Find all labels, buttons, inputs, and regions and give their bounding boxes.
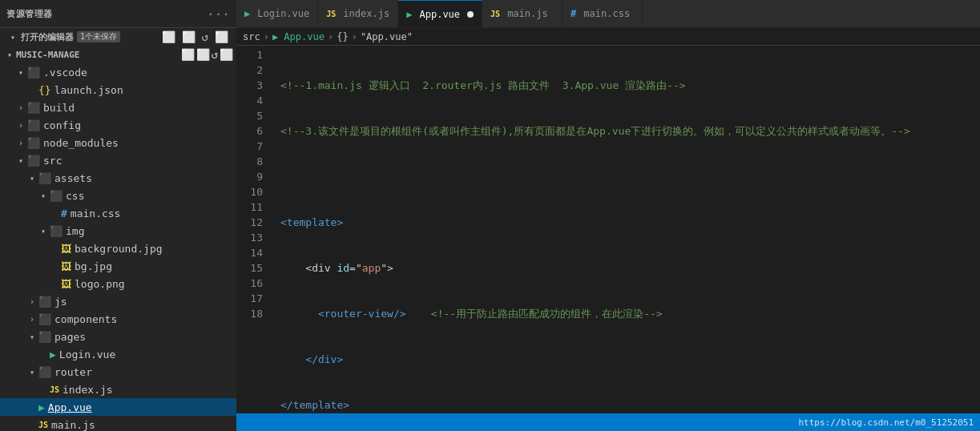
app-vue-label: App.vue: [48, 401, 92, 413]
tree-assets[interactable]: ⬛ assets: [0, 169, 236, 187]
vue-icon: ▶: [244, 8, 250, 19]
main-css-label: main.css: [71, 207, 121, 220]
img-folder-icon: ⬛: [50, 225, 63, 237]
hash-icon: #: [571, 8, 576, 19]
tree-vscode[interactable]: ⬛ .vscode: [0, 63, 236, 81]
config-folder-icon: ⬛: [27, 119, 40, 131]
css-file-icon: #: [61, 207, 67, 220]
file-tree: MUSIC-MANAGE ⬜ ⬜ ↺ ⬜ ⬛ .vscode {} launch…: [0, 46, 236, 431]
editors-toolbar: ⬜ ⬜ ↺ ⬜: [160, 29, 230, 45]
tree-config[interactable]: ⬛ config: [0, 116, 236, 134]
open-editors-label: 打开的编辑器: [21, 31, 74, 43]
tree-pages[interactable]: ⬛ pages: [0, 328, 236, 345]
unsaved-dot: [467, 11, 474, 18]
build-label: build: [43, 102, 75, 114]
assets-label: assets: [54, 172, 92, 184]
line-numbers: 1 2 3 4 5 6 7 8 9 10 11 12 13 14 15 16 1: [236, 46, 272, 413]
css-arrow: [37, 189, 50, 202]
img-file-icon: 🖼: [61, 243, 71, 255]
tree-router-index-js[interactable]: JS index.js: [0, 381, 236, 398]
collapse-all-icon[interactable]: ⬜: [213, 29, 230, 45]
js-file-icon2: JS: [38, 421, 48, 429]
router-label: router: [54, 366, 92, 378]
new-file-tree-icon[interactable]: ⬜: [181, 48, 195, 61]
vscode-label: .vscode: [43, 66, 87, 79]
tree-css[interactable]: ⬛ css: [0, 187, 236, 204]
login-vue-label: Login.vue: [59, 348, 115, 361]
config-label: config: [43, 119, 81, 131]
tab-main-css[interactable]: # main.css: [563, 0, 643, 27]
code-line-1: <!--1.main.js 逻辑入口 2.router内.js 路由文件 3.A…: [280, 78, 980, 93]
tree-bg-jpg[interactable]: 🖼 bg.jpg: [0, 257, 236, 275]
tab-main-js[interactable]: JS main.js: [482, 0, 563, 27]
tree-js[interactable]: ⬛ js: [0, 292, 236, 310]
js-file-icon: JS: [50, 385, 59, 394]
img-file-icon2: 🖼: [61, 260, 71, 272]
logo-png-label: logo.png: [75, 278, 125, 290]
tree-launch-json[interactable]: {} launch.json: [0, 81, 236, 99]
tab-login-vue[interactable]: ▶ Login.vue: [236, 0, 318, 27]
tab-app-vue[interactable]: ▶ App.vue: [398, 0, 482, 27]
tree-components[interactable]: ⬛ components: [0, 310, 236, 328]
root-label: MUSIC-MANAGE: [16, 50, 79, 60]
vue-file-icon: ▶: [50, 348, 56, 361]
img-arrow: [37, 224, 50, 237]
tree-node-modules[interactable]: ⬛ node_modules: [0, 134, 236, 151]
launch-label: launch.json: [54, 84, 123, 96]
config-arrow: [14, 119, 27, 131]
tree-img[interactable]: ⬛ img: [0, 222, 236, 240]
refresh-icon[interactable]: ↺: [200, 29, 210, 45]
collapse-tree-icon[interactable]: ⬜: [220, 48, 233, 61]
status-url: https://blog.csdn.net/m0_51252051: [798, 417, 974, 428]
node-modules-arrow: [14, 136, 27, 149]
refresh-tree-icon[interactable]: ↺: [212, 48, 218, 61]
vue-file-icon2: ▶: [38, 401, 45, 413]
editor-area: 1 2 3 4 5 6 7 8 9 10 11 12 13 14 15 16 1: [236, 46, 980, 431]
json-icon: {}: [38, 84, 51, 96]
tab-bar: ▶ Login.vue JS index.js ▶ App.vue JS mai…: [236, 0, 980, 28]
main-js-label: main.js: [51, 419, 95, 431]
tree-build[interactable]: ⬛ build: [0, 99, 236, 116]
pages-label: pages: [54, 331, 86, 343]
build-arrow: [14, 101, 27, 114]
code-editor[interactable]: <!--1.main.js 逻辑入口 2.router内.js 路由文件 3.A…: [272, 46, 980, 413]
tree-root[interactable]: MUSIC-MANAGE ⬜ ⬜ ↺ ⬜: [0, 46, 236, 63]
breadcrumb-name: "App.vue": [361, 31, 413, 42]
bg-jpg-label: bg.jpg: [75, 260, 112, 272]
tree-logo-png[interactable]: 🖼 logo.png: [0, 275, 236, 292]
breadcrumb-file: ▶ App.vue: [272, 31, 325, 42]
sidebar-title-bar: 资源管理器 ···: [0, 0, 236, 28]
tree-router[interactable]: ⬛ router: [0, 363, 236, 381]
new-file-icon[interactable]: ⬜: [160, 29, 177, 45]
components-folder-icon: ⬛: [38, 313, 51, 325]
sidebar-more-icon[interactable]: ···: [207, 6, 230, 22]
components-label: components: [54, 313, 117, 325]
root-arrow: [3, 48, 16, 61]
code-line-3: [280, 169, 980, 184]
js-icon-main: JS: [490, 10, 500, 18]
open-editors-section: 打开的编辑器 1个未保存 ⬜ ⬜ ↺ ⬜: [0, 28, 236, 46]
open-editors-header[interactable]: 打开的编辑器 1个未保存 ⬜ ⬜ ↺ ⬜: [0, 28, 236, 46]
tree-background-jpg[interactable]: 🖼 background.jpg: [0, 240, 236, 257]
node-modules-icon: ⬛: [27, 137, 40, 149]
unsaved-badge: 1个未保存: [77, 31, 120, 42]
tree-main-css[interactable]: # main.css: [0, 204, 236, 222]
editor-content[interactable]: 1 2 3 4 5 6 7 8 9 10 11 12 13 14 15 16 1: [236, 46, 980, 413]
vue-icon-active: ▶: [406, 9, 412, 20]
css-label: css: [66, 190, 84, 202]
tree-app-vue[interactable]: ▶ App.vue: [0, 398, 236, 416]
code-line-2: <!--3.该文件是项目的根组件(或者叫作主组件),所有页面都是在App.vue…: [280, 123, 980, 139]
new-folder-tree-icon[interactable]: ⬜: [196, 48, 210, 61]
router-index-label: index.js: [63, 384, 113, 396]
tree-main-js[interactable]: JS main.js: [0, 416, 236, 431]
tree-login-vue[interactable]: ▶ Login.vue: [0, 345, 236, 363]
breadcrumb-bar: src › ▶ App.vue › {} › "App.vue": [236, 28, 980, 46]
new-folder-icon[interactable]: ⬜: [180, 29, 197, 45]
tree-src[interactable]: ⬛ src: [0, 151, 236, 169]
img-label: img: [66, 225, 84, 237]
code-line-8: </template>: [280, 397, 980, 413]
tab-index-js[interactable]: JS index.js: [318, 0, 398, 27]
css-folder-icon: ⬛: [50, 190, 63, 202]
background-jpg-label: background.jpg: [75, 243, 163, 255]
js-folder-icon: ⬛: [38, 296, 51, 308]
